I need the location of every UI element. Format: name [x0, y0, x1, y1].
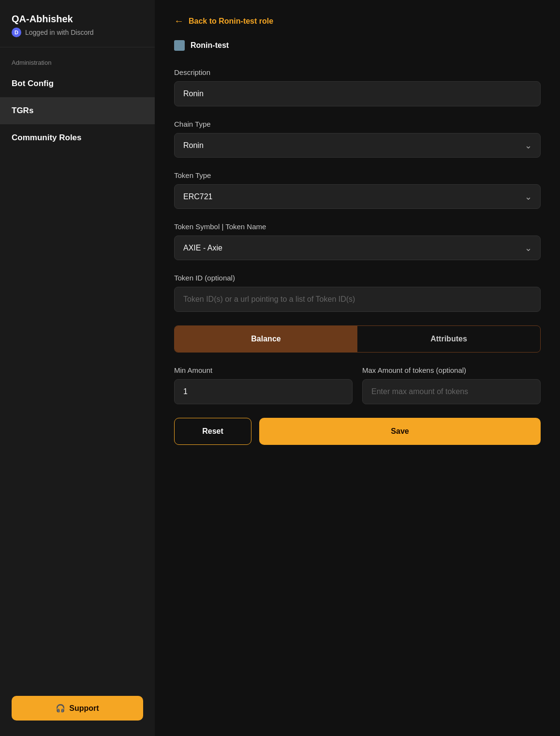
discord-icon: D — [12, 28, 21, 37]
main-content: ← Back to Ronin-test role Ronin-test Des… — [155, 0, 560, 736]
min-amount-input[interactable] — [174, 379, 353, 404]
description-label: Description — [174, 68, 541, 76]
chain-type-group: Chain Type Ronin Ethereum Polygon ⌄ — [174, 120, 541, 158]
back-link[interactable]: ← Back to Ronin-test role — [174, 15, 541, 27]
token-symbol-group: Token Symbol | Token Name AXIE - Axie ⌄ — [174, 222, 541, 260]
tab-attributes-label: Attributes — [430, 335, 467, 343]
token-id-group: Token ID (optional) — [174, 274, 541, 312]
amount-row: Min Amount Max Amount of tokens (optiona… — [174, 366, 541, 404]
sidebar-item-community-roles[interactable]: Community Roles — [0, 124, 155, 151]
save-button[interactable]: Save — [259, 418, 541, 445]
chain-type-select[interactable]: Ronin Ethereum Polygon — [174, 133, 541, 158]
token-symbol-label: Token Symbol | Token Name — [174, 222, 541, 231]
bottom-actions: Reset Save — [174, 418, 541, 445]
max-amount-input[interactable] — [362, 379, 541, 404]
sidebar-user-section: QA-Abhishek D Logged in with Discord — [0, 0, 155, 47]
reset-button[interactable]: Reset — [174, 418, 251, 445]
back-link-label: Back to Ronin-test role — [189, 17, 273, 26]
token-type-select[interactable]: ERC721 ERC20 ERC1155 — [174, 184, 541, 209]
sidebar-username: QA-Abhishek — [12, 14, 143, 25]
max-amount-col: Max Amount of tokens (optional) — [362, 366, 541, 404]
tab-attributes[interactable]: Attributes — [357, 326, 540, 352]
token-type-group: Token Type ERC721 ERC20 ERC1155 ⌄ — [174, 171, 541, 209]
sidebar-item-bot-config-label: Bot Config — [12, 79, 54, 88]
token-type-select-wrapper: ERC721 ERC20 ERC1155 ⌄ — [174, 184, 541, 209]
sidebar: QA-Abhishek D Logged in with Discord Adm… — [0, 0, 155, 736]
support-label: Support — [69, 704, 99, 713]
support-button[interactable]: 🎧 Support — [12, 696, 143, 721]
sidebar-section-label: Administration — [0, 47, 155, 70]
description-group: Description — [174, 68, 541, 106]
min-amount-label: Min Amount — [174, 366, 353, 374]
sidebar-support: 🎧 Support — [0, 686, 155, 736]
token-type-label: Token Type — [174, 171, 541, 179]
role-color-swatch — [174, 40, 185, 51]
sidebar-item-bot-config[interactable]: Bot Config — [0, 70, 155, 97]
sidebar-discord: D Logged in with Discord — [12, 28, 143, 37]
min-amount-col: Min Amount — [174, 366, 353, 404]
role-name: Ronin-test — [191, 41, 229, 50]
chain-type-label: Chain Type — [174, 120, 541, 128]
description-input[interactable] — [174, 81, 541, 106]
discord-label: Logged in with Discord — [25, 29, 94, 36]
max-amount-label: Max Amount of tokens (optional) — [362, 366, 541, 374]
tab-balance[interactable]: Balance — [175, 326, 357, 352]
token-symbol-select-wrapper: AXIE - Axie ⌄ — [174, 236, 541, 260]
sidebar-item-tgrs-label: TGRs — [12, 106, 33, 115]
tab-balance-label: Balance — [251, 335, 280, 343]
sidebar-nav: Bot Config TGRs Community Roles — [0, 70, 155, 686]
tab-group: Balance Attributes — [174, 325, 541, 353]
role-header: Ronin-test — [174, 40, 541, 51]
back-arrow-icon: ← — [174, 15, 184, 27]
support-icon: 🎧 — [56, 704, 65, 713]
sidebar-item-community-roles-label: Community Roles — [12, 133, 82, 142]
save-label: Save — [391, 427, 409, 435]
token-id-input[interactable] — [174, 287, 541, 312]
token-symbol-select[interactable]: AXIE - Axie — [174, 236, 541, 260]
sidebar-item-tgrs[interactable]: TGRs — [0, 97, 155, 124]
chain-type-select-wrapper: Ronin Ethereum Polygon ⌄ — [174, 133, 541, 158]
token-id-label: Token ID (optional) — [174, 274, 541, 282]
reset-label: Reset — [202, 427, 223, 435]
